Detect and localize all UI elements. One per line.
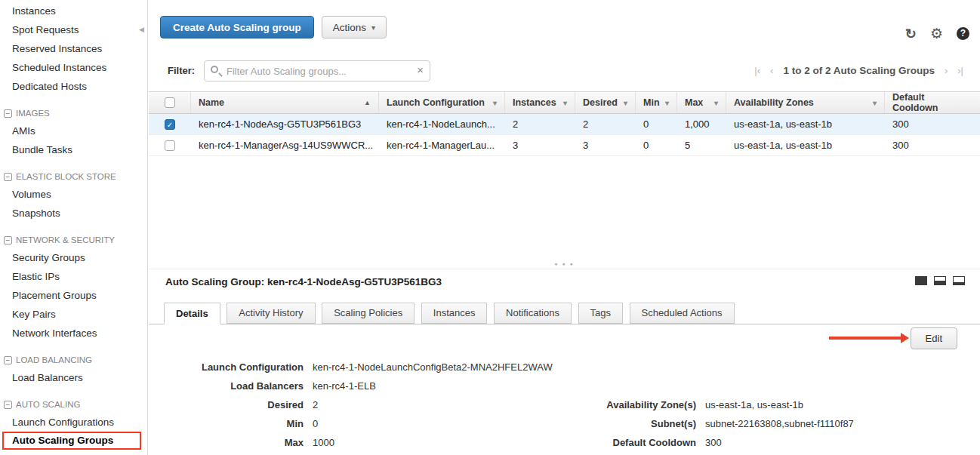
column-header-availability-zones[interactable]: Availability Zones ▾: [726, 92, 885, 113]
sidebar-item-instances[interactable]: Instances: [0, 2, 147, 20]
tab-instances[interactable]: Instances: [421, 303, 488, 324]
detail-field: Load Balancersken-rc4-1-ELB: [149, 377, 553, 395]
tab-scheduled-actions[interactable]: Scheduled Actions: [630, 303, 735, 324]
toolbar: Create Auto Scaling group Actions ▾: [160, 16, 387, 38]
tab-tags[interactable]: Tags: [578, 303, 623, 324]
field-label: Desired: [149, 395, 304, 414]
gear-icon[interactable]: ⚙: [930, 25, 943, 42]
check-icon: ✓: [165, 120, 174, 130]
column-header-launch-configuration[interactable]: Launch Configuration ▾: [379, 92, 505, 113]
field-value: ken-rc4-1-NodeLaunchConfigBeta2-MNA2HFEL…: [313, 361, 553, 373]
help-icon[interactable]: ?: [957, 27, 969, 40]
column-label: Max: [685, 97, 703, 108]
first-page-button[interactable]: |‹: [754, 65, 760, 76]
tab-scaling-policies[interactable]: Scaling Policies: [322, 303, 414, 324]
sidebar-section-load-balancing[interactable]: −LOAD BALANCING: [0, 352, 147, 368]
column-header-min[interactable]: Min ▾: [636, 92, 677, 113]
collapse-minus-icon: −: [4, 236, 12, 244]
panel-resize-handle[interactable]: ● ● ●: [149, 260, 980, 269]
field-label: Placement Group: [541, 452, 696, 455]
collapse-minus-icon: −: [4, 109, 12, 118]
sidebar-section-label: LOAD BALANCING: [16, 355, 92, 364]
edit-button[interactable]: Edit: [911, 327, 957, 349]
sidebar-section-images[interactable]: −IMAGES: [0, 105, 147, 121]
sidebar-item-auto-scaling-groups[interactable]: Auto Scaling Groups: [2, 432, 141, 450]
sidebar-item-volumes[interactable]: Volumes: [0, 185, 147, 204]
row-check-cell: ✓: [149, 119, 191, 130]
auto-scaling-groups-table: Name ▲ Launch Configuration ▾ Instances …: [149, 91, 980, 156]
cell-default-cooldown: 300: [885, 118, 980, 130]
field-value: 0: [313, 418, 318, 429]
ec2-sidebar: Instances Spot Requests Reserved Instanc…: [0, 0, 148, 455]
tab-notifications[interactable]: Notifications: [494, 303, 572, 324]
filter-label: Filter:: [168, 65, 195, 76]
sidebar-item-security-groups[interactable]: Security Groups: [0, 248, 147, 267]
sidebar-item-load-balancers[interactable]: Load Balancers: [0, 368, 147, 387]
cell-instances: 3: [505, 140, 575, 151]
collapse-minus-icon: −: [4, 401, 12, 409]
refresh-icon[interactable]: ↻: [905, 26, 917, 42]
table-row[interactable]: ken-rc4-1-ManagerAsg-14US9WWCR... ken-rc…: [149, 135, 980, 156]
prev-page-button[interactable]: ‹: [770, 65, 773, 76]
pane-maximize-icon[interactable]: [915, 276, 927, 285]
sidebar-collapse-button[interactable]: ◀: [139, 26, 144, 33]
sidebar-item-bundle-tasks[interactable]: Bundle Tasks: [0, 140, 147, 159]
detail-panel: Auto Scaling Group: ken-rc4-1-NodeAsg-G5…: [149, 269, 980, 455]
sidebar-section-label: IMAGES: [16, 109, 50, 118]
tab-details[interactable]: Details: [164, 303, 220, 324]
row-checkbox[interactable]: [165, 140, 175, 151]
sidebar-item-elastic-ips[interactable]: Elastic IPs: [0, 267, 147, 286]
sidebar-item-key-pairs[interactable]: Key Pairs: [0, 305, 147, 324]
sidebar-item-scheduled-instances[interactable]: Scheduled Instances: [0, 58, 147, 77]
column-header-max[interactable]: Max ▾: [677, 92, 726, 113]
column-header-name[interactable]: Name ▲: [191, 92, 379, 113]
field-value: 2: [313, 399, 318, 410]
column-header-desired[interactable]: Desired ▾: [575, 92, 636, 113]
clear-filter-icon[interactable]: ×: [417, 63, 424, 76]
sidebar-item-launch-configurations[interactable]: Launch Configurations: [0, 413, 147, 432]
details-fields-left: Launch Configurationken-rc4-1-NodeLaunch…: [149, 358, 553, 455]
detail-panel-title: Auto Scaling Group: ken-rc4-1-NodeAsg-G5…: [165, 276, 442, 287]
last-page-button[interactable]: ›|: [957, 65, 963, 76]
actions-button[interactable]: Actions ▾: [322, 16, 387, 38]
column-label: Min: [643, 97, 660, 108]
filter-input[interactable]: [204, 60, 430, 81]
cell-desired: 2: [575, 118, 636, 130]
detail-field: Subnet(s)subnet-22163808,subnet-f1110f87: [541, 414, 854, 433]
table-header-row: Name ▲ Launch Configuration ▾ Instances …: [149, 91, 980, 114]
sidebar-item-snapshots[interactable]: Snapshots: [0, 204, 147, 223]
sidebar-item-reserved-instances[interactable]: Reserved Instances: [0, 39, 147, 58]
cell-default-cooldown: 300: [885, 140, 980, 151]
sidebar-section-elastic-block-store[interactable]: −ELASTIC BLOCK STORE: [0, 168, 147, 185]
sidebar-item-spot-requests[interactable]: Spot Requests: [0, 20, 147, 39]
row-check-cell: [149, 140, 191, 151]
pane-split-icon[interactable]: [934, 276, 946, 285]
field-label: Default Cooldown: [541, 433, 696, 452]
sidebar-section-network-security[interactable]: −NETWORK & SECURITY: [0, 232, 147, 248]
row-checkbox[interactable]: ✓: [165, 119, 175, 130]
pane-layout-controls: [915, 276, 965, 285]
cell-desired: 3: [575, 140, 636, 151]
cell-launch-configuration: ken-rc4-1-NodeLaunch...: [379, 118, 505, 130]
cell-availability-zones: us-east-1a, us-east-1b: [726, 118, 885, 130]
sidebar-section-auto-scaling[interactable]: −AUTO SCALING: [0, 396, 147, 413]
pagination: |‹ ‹ 1 to 2 of 2 Auto Scaling Groups › ›…: [754, 65, 963, 76]
column-header-instances[interactable]: Instances ▾: [505, 92, 575, 113]
sidebar-item-dedicated-hosts[interactable]: Dedicated Hosts: [0, 77, 147, 96]
tab-activity-history[interactable]: Activity History: [227, 303, 315, 324]
column-menu-icon: ▾: [710, 99, 718, 107]
sidebar-item-network-interfaces[interactable]: Network Interfaces: [0, 324, 147, 343]
next-page-button[interactable]: ›: [945, 65, 948, 76]
create-auto-scaling-group-button[interactable]: Create Auto Scaling group: [160, 16, 314, 38]
field-value: 1000: [313, 437, 334, 448]
pane-restore-icon[interactable]: [953, 276, 965, 285]
pagination-summary: 1 to 2 of 2 Auto Scaling Groups: [783, 65, 935, 76]
sidebar-item-placement-groups[interactable]: Placement Groups: [0, 286, 147, 305]
drag-dots-icon: ● ● ●: [554, 261, 575, 266]
column-header-default-cooldown[interactable]: Default Cooldown: [885, 92, 980, 113]
column-label: Name: [199, 97, 224, 108]
sidebar-item-amis[interactable]: AMIs: [0, 121, 147, 140]
cell-instances: 2: [505, 118, 575, 130]
table-row[interactable]: ✓ ken-rc4-1-NodeAsg-G5TU3P561BG3 ken-rc4…: [149, 114, 980, 135]
select-all-checkbox[interactable]: [165, 97, 175, 108]
